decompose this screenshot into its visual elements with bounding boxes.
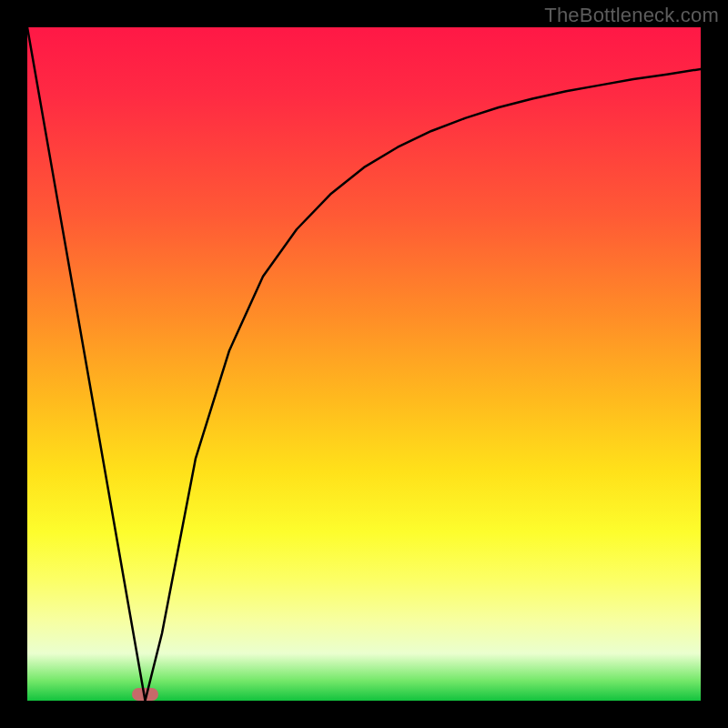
chart-container: TheBottleneck.com [0, 0, 728, 728]
curve-svg [27, 27, 701, 701]
watermark-text: TheBottleneck.com [544, 4, 719, 27]
bottleneck-curve [27, 27, 701, 701]
plot-area [27, 27, 701, 701]
